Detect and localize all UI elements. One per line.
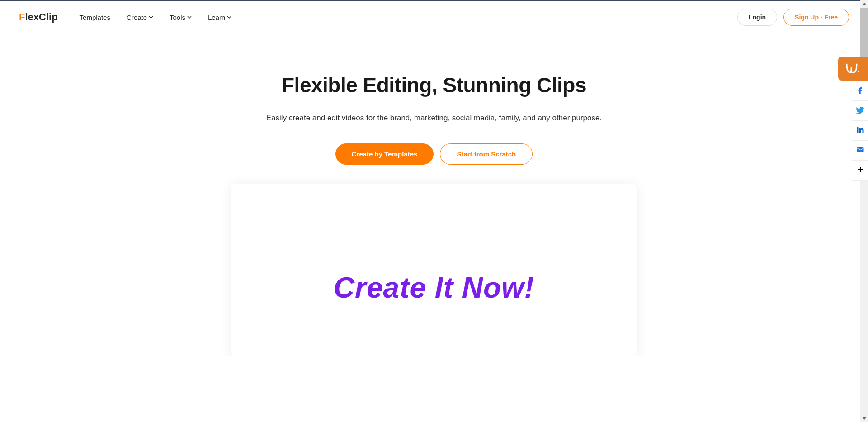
honey-icon (845, 61, 861, 77)
video-overlay-text: Create It Now! (334, 271, 534, 304)
share-email[interactable] (852, 141, 868, 161)
svg-point-0 (858, 71, 859, 72)
chevron-down-icon (149, 16, 153, 19)
twitter-icon (856, 106, 864, 116)
logo[interactable]: FlexClip (19, 11, 58, 23)
plus-icon (857, 166, 864, 175)
share-twitter[interactable] (852, 101, 868, 121)
chevron-down-icon (187, 16, 192, 19)
scrollbar-up-arrow[interactable] (860, 0, 868, 8)
nav-learn[interactable]: Learn (208, 14, 231, 21)
social-share-bar (852, 81, 868, 181)
login-button[interactable]: Login (737, 9, 777, 26)
hero-title: Flexible Editing, Stunning Clips (0, 73, 868, 97)
share-more[interactable] (852, 161, 868, 180)
honey-extension-tab[interactable] (838, 57, 868, 81)
nav-create[interactable]: Create (127, 14, 153, 21)
header-actions: Login Sign Up - Free (737, 9, 849, 26)
nav-learn-label: Learn (208, 14, 225, 21)
scrollbar-thumb[interactable] (860, 8, 868, 62)
linkedin-icon (856, 126, 864, 136)
hero-buttons: Create by Templates Start from Scratch (0, 143, 868, 165)
logo-rest: lexClip (25, 11, 57, 23)
nav-create-label: Create (127, 14, 147, 21)
video-preview-card[interactable]: Create It Now! (231, 184, 637, 356)
nav-templates[interactable]: Templates (80, 14, 110, 21)
chevron-down-icon (227, 16, 231, 19)
start-from-scratch-button[interactable]: Start from Scratch (440, 143, 533, 165)
nav-tools[interactable]: Tools (170, 14, 192, 21)
side-widget (838, 57, 868, 81)
share-linkedin[interactable] (852, 121, 868, 141)
nav-templates-label: Templates (80, 14, 110, 21)
main-nav: Templates Create Tools Learn (80, 14, 232, 21)
share-facebook[interactable] (852, 81, 868, 101)
email-icon (856, 146, 864, 156)
hero-subtitle: Easily create and edit videos for the br… (0, 114, 868, 123)
main-header: FlexClip Templates Create Tools Learn Lo… (0, 1, 868, 33)
svg-rect-1 (857, 147, 863, 152)
create-by-templates-button[interactable]: Create by Templates (335, 143, 434, 165)
hero-section: Flexible Editing, Stunning Clips Easily … (0, 33, 868, 356)
facebook-icon (856, 86, 864, 96)
signup-button[interactable]: Sign Up - Free (783, 9, 849, 26)
logo-first-letter: F (19, 11, 25, 23)
nav-tools-label: Tools (170, 14, 185, 21)
